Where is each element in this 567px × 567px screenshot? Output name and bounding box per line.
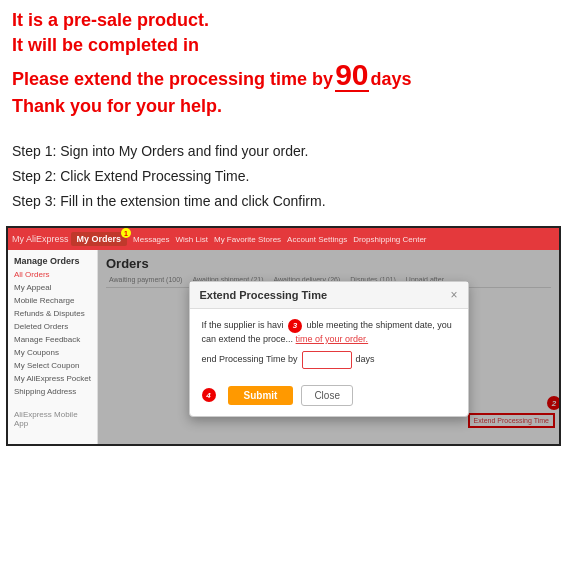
days-label: days: [356, 353, 375, 367]
top-section: It is a pre-sale product. It will be com…: [0, 0, 567, 137]
badge-3: 3: [288, 319, 302, 333]
sidebar-item-feedback[interactable]: Manage Feedback: [8, 333, 97, 346]
nav-items: Messages Wish List My Favorite Stores Ac…: [133, 235, 426, 244]
line1-text: It is a pre-sale product.: [12, 10, 555, 31]
nav-badge: 1: [121, 228, 131, 238]
line3-text: Please extend the processing time by 90 …: [12, 60, 555, 92]
nav-my-orders[interactable]: My Orders 1: [71, 232, 128, 246]
modal: Extend Processing Time × If the supplier…: [189, 281, 469, 417]
sidebar-item-recharge[interactable]: Mobile Recharge: [8, 294, 97, 307]
extend-days-input[interactable]: [302, 351, 352, 369]
sidebar-item-deleted[interactable]: Deleted Orders: [8, 320, 97, 333]
nav-messages[interactable]: Messages: [133, 235, 169, 244]
step-2: Step 2: Click Extend Processing Time.: [12, 166, 555, 187]
modal-body-text: If the supplier is havi: [202, 320, 284, 330]
modal-close-button[interactable]: Close: [301, 385, 353, 406]
step-3: Step 3: Fill in the extension time and c…: [12, 191, 555, 212]
extend-label: end Processing Time by: [202, 353, 298, 367]
badge-4: 4: [202, 388, 216, 402]
sidebar-item-shipping[interactable]: Shipping Address: [8, 385, 97, 398]
sidebar-item-pocket[interactable]: My AliExpress Pocket: [8, 372, 97, 385]
modal-footer: 4 Submit Close: [190, 379, 468, 416]
line3-after: days: [371, 69, 412, 90]
nav-my-aliexpress: My AliExpress: [12, 234, 69, 244]
line2-text: It will be completed in: [12, 35, 555, 56]
line3-before: Please extend the processing time by: [12, 69, 333, 90]
modal-header: Extend Processing Time ×: [190, 282, 468, 309]
sidebar-title: Manage Orders: [8, 254, 97, 268]
modal-close-icon[interactable]: ×: [450, 288, 457, 302]
days-number: 90: [335, 60, 368, 92]
sidebar-item-appeal[interactable]: My Appeal: [8, 281, 97, 294]
sidebar-item-allorders[interactable]: All Orders: [8, 268, 97, 281]
content-area: Orders Awaiting payment (100) Awaiting s…: [98, 250, 559, 446]
step-1: Step 1: Sign into My Orders and find you…: [12, 141, 555, 162]
sidebar: Manage Orders All Orders My Appeal Mobil…: [8, 250, 98, 446]
modal-overlay: Extend Processing Time × If the supplier…: [98, 250, 559, 446]
submit-button[interactable]: Submit: [228, 386, 294, 405]
nav-account[interactable]: Account Settings: [287, 235, 347, 244]
main-area: Manage Orders All Orders My Appeal Mobil…: [8, 250, 559, 446]
line4-text: Thank you for your help.: [12, 96, 555, 117]
sidebar-item-coupons[interactable]: My Coupons: [8, 346, 97, 359]
sidebar-item-selectcoupon[interactable]: My Select Coupon: [8, 359, 97, 372]
nav-bar: My AliExpress My Orders 1 Messages Wish …: [8, 228, 559, 250]
nav-dropshipping[interactable]: Dropshipping Center: [353, 235, 426, 244]
nav-favorites[interactable]: My Favorite Stores: [214, 235, 281, 244]
sidebar-item-refunds[interactable]: Refunds & Disputes: [8, 307, 97, 320]
nav-wishlist[interactable]: Wish List: [176, 235, 208, 244]
modal-title: Extend Processing Time: [200, 289, 328, 301]
mobile-app-label: AliExpress Mobile App: [8, 408, 97, 430]
modal-input-row: end Processing Time by days: [202, 351, 456, 369]
screenshot-area: My AliExpress My Orders 1 Messages Wish …: [6, 226, 561, 446]
steps-section: Step 1: Sign into My Orders and find you…: [0, 137, 567, 226]
modal-body: If the supplier is havi 3 uble meeting t…: [190, 309, 468, 379]
modal-body-text3: time of your order.: [296, 334, 369, 344]
